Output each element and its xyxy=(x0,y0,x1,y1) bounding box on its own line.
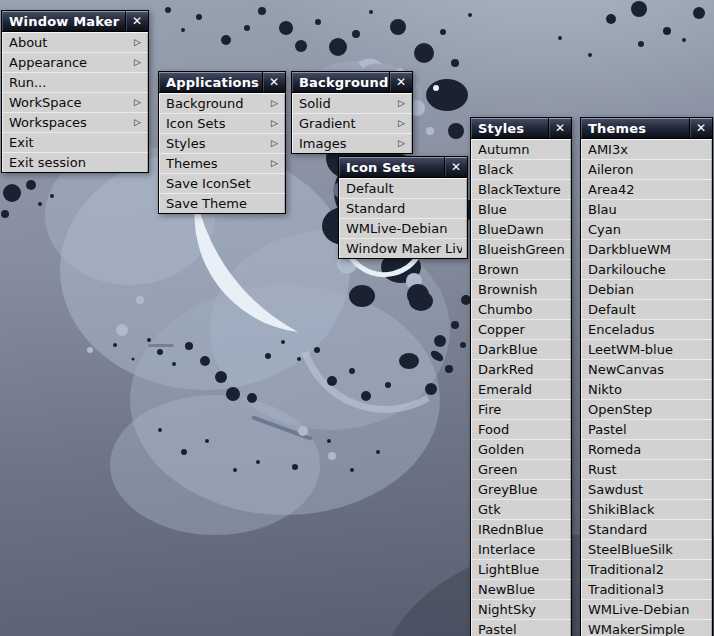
menu-titlebar-styles[interactable]: Styles ✕ xyxy=(471,118,571,139)
menu-item-debian[interactable]: Debian xyxy=(581,279,712,299)
close-button[interactable]: ✕ xyxy=(689,118,712,138)
menu-item-newcanvas[interactable]: NewCanvas xyxy=(581,359,712,379)
close-button[interactable]: ✕ xyxy=(389,72,412,92)
menu-item-sawdust[interactable]: Sawdust xyxy=(581,479,712,499)
menu-item-nightsky[interactable]: NightSky xyxy=(471,599,571,619)
menu-item-romeda[interactable]: Romeda xyxy=(581,439,712,459)
menu-item-label: DarkblueWM xyxy=(588,242,707,257)
menu-item-wmakersimple[interactable]: WMakerSimple xyxy=(581,619,712,636)
menu-titlebar-icon-sets[interactable]: Icon Sets ✕ xyxy=(339,157,467,178)
menu-themes: Themes ✕ AMI3xAileronArea42BlauCyanDarkb… xyxy=(580,117,713,636)
menu-item-darkred[interactable]: DarkRed xyxy=(471,359,571,379)
menu-item-images[interactable]: Images▷ xyxy=(292,133,412,153)
menu-item-darkbluewm[interactable]: DarkblueWM xyxy=(581,239,712,259)
menu-item-black[interactable]: Black xyxy=(471,159,571,179)
menu-item-save-iconset[interactable]: Save IconSet xyxy=(159,173,285,193)
close-button[interactable]: ✕ xyxy=(262,72,285,92)
menu-item-nikto[interactable]: Nikto xyxy=(581,379,712,399)
menu-item-about[interactable]: About▷ xyxy=(2,32,148,52)
menu-item-save-theme[interactable]: Save Theme xyxy=(159,193,285,213)
menu-item-lightblue[interactable]: LightBlue xyxy=(471,559,571,579)
menu-item-bluedawn[interactable]: BlueDawn xyxy=(471,219,571,239)
menu-titlebar-window-maker[interactable]: Window Maker ✕ xyxy=(2,11,148,32)
close-button[interactable]: ✕ xyxy=(125,11,148,31)
menu-item-label: Pastel xyxy=(478,622,566,636)
menu-item-green[interactable]: Green xyxy=(471,459,571,479)
menu-item-cyan[interactable]: Cyan xyxy=(581,219,712,239)
close-button[interactable]: ✕ xyxy=(548,118,571,138)
menu-item-icon-sets[interactable]: Icon Sets▷ xyxy=(159,113,285,133)
menu-item-workspaces[interactable]: Workspaces▷ xyxy=(2,112,148,132)
submenu-arrow-icon: ▷ xyxy=(271,139,280,148)
menu-item-background[interactable]: Background▷ xyxy=(159,93,285,113)
menu-item-autumn[interactable]: Autumn xyxy=(471,139,571,159)
menu-item-irednblue[interactable]: IRednBlue xyxy=(471,519,571,539)
menu-item-traditional2[interactable]: Traditional2 xyxy=(581,559,712,579)
menu-item-exit-session[interactable]: Exit session xyxy=(2,152,148,172)
menu-item-default[interactable]: Default xyxy=(581,299,712,319)
menu-items-themes: AMI3xAileronArea42BlauCyanDarkblueWMDark… xyxy=(581,139,712,636)
menu-item-label: Fire xyxy=(478,402,566,417)
menu-title: Background xyxy=(292,72,389,92)
menu-titlebar-applications[interactable]: Applications ✕ xyxy=(159,72,285,93)
menu-item-workspace[interactable]: WorkSpace▷ xyxy=(2,92,148,112)
menu-item-blue[interactable]: Blue xyxy=(471,199,571,219)
menu-item-brown[interactable]: Brown xyxy=(471,259,571,279)
menu-item-themes[interactable]: Themes▷ xyxy=(159,153,285,173)
menu-item-label: WMLive-Debian xyxy=(588,602,707,617)
menu-item-blau[interactable]: Blau xyxy=(581,199,712,219)
close-button[interactable]: ✕ xyxy=(444,157,467,177)
menu-item-label: Golden xyxy=(478,442,566,457)
menu-item-label: Run... xyxy=(9,75,143,90)
menu-item-leetwm-blue[interactable]: LeetWM-blue xyxy=(581,339,712,359)
menu-item-solid[interactable]: Solid▷ xyxy=(292,93,412,113)
menu-items-applications: Background▷Icon Sets▷Styles▷Themes▷Save … xyxy=(159,93,285,213)
menu-item-area42[interactable]: Area42 xyxy=(581,179,712,199)
menu-item-blacktexture[interactable]: BlackTexture xyxy=(471,179,571,199)
menu-item-food[interactable]: Food xyxy=(471,419,571,439)
menu-item-label: Background xyxy=(166,96,271,111)
menu-item-default[interactable]: Default xyxy=(339,178,467,198)
menu-item-greyblue[interactable]: GreyBlue xyxy=(471,479,571,499)
menu-item-ami3x[interactable]: AMI3x xyxy=(581,139,712,159)
menu-item-golden[interactable]: Golden xyxy=(471,439,571,459)
menu-item-newblue[interactable]: NewBlue xyxy=(471,579,571,599)
menu-styles: Styles ✕ AutumnBlackBlackTextureBlueBlue… xyxy=(470,117,572,636)
menu-item-label: Green xyxy=(478,462,566,477)
menu-item-copper[interactable]: Copper xyxy=(471,319,571,339)
menu-item-rust[interactable]: Rust xyxy=(581,459,712,479)
menu-item-brownish[interactable]: Brownish xyxy=(471,279,571,299)
menu-item-steelbluesilk[interactable]: SteelBlueSilk xyxy=(581,539,712,559)
menu-item-standard[interactable]: Standard xyxy=(581,519,712,539)
menu-titlebar-background[interactable]: Background ✕ xyxy=(292,72,412,93)
menu-item-standard[interactable]: Standard xyxy=(339,198,467,218)
menu-item-emerald[interactable]: Emerald xyxy=(471,379,571,399)
menu-item-appearance[interactable]: Appearance▷ xyxy=(2,52,148,72)
menu-item-exit[interactable]: Exit xyxy=(2,132,148,152)
menu-item-fire[interactable]: Fire xyxy=(471,399,571,419)
menu-item-aileron[interactable]: Aileron xyxy=(581,159,712,179)
close-icon: ✕ xyxy=(269,76,279,88)
menu-item-label: Food xyxy=(478,422,566,437)
menu-item-gradient[interactable]: Gradient▷ xyxy=(292,113,412,133)
menu-item-openstep[interactable]: OpenStep xyxy=(581,399,712,419)
menu-item-label: Styles xyxy=(166,136,271,151)
menu-item-pastel[interactable]: Pastel xyxy=(471,619,571,636)
menu-item-window-maker-live[interactable]: Window Maker Live xyxy=(339,238,467,258)
menu-item-chumbo[interactable]: Chumbo xyxy=(471,299,571,319)
menu-item-traditional3[interactable]: Traditional3 xyxy=(581,579,712,599)
menu-item-darkilouche[interactable]: Darkilouche xyxy=(581,259,712,279)
menu-item-run[interactable]: Run... xyxy=(2,72,148,92)
menu-item-label: DarkRed xyxy=(478,362,566,377)
menu-item-interlace[interactable]: Interlace xyxy=(471,539,571,559)
menu-item-wmlive-debian[interactable]: WMLive-Debian xyxy=(339,218,467,238)
menu-item-pastel[interactable]: Pastel xyxy=(581,419,712,439)
menu-item-darkblue[interactable]: DarkBlue xyxy=(471,339,571,359)
menu-item-blueishgreen[interactable]: BlueishGreen xyxy=(471,239,571,259)
menu-item-wmlive-debian[interactable]: WMLive-Debian xyxy=(581,599,712,619)
menu-item-gtk[interactable]: Gtk xyxy=(471,499,571,519)
menu-item-enceladus[interactable]: Enceladus xyxy=(581,319,712,339)
menu-item-styles[interactable]: Styles▷ xyxy=(159,133,285,153)
menu-titlebar-themes[interactable]: Themes ✕ xyxy=(581,118,712,139)
menu-item-shikiblack[interactable]: ShikiBlack xyxy=(581,499,712,519)
